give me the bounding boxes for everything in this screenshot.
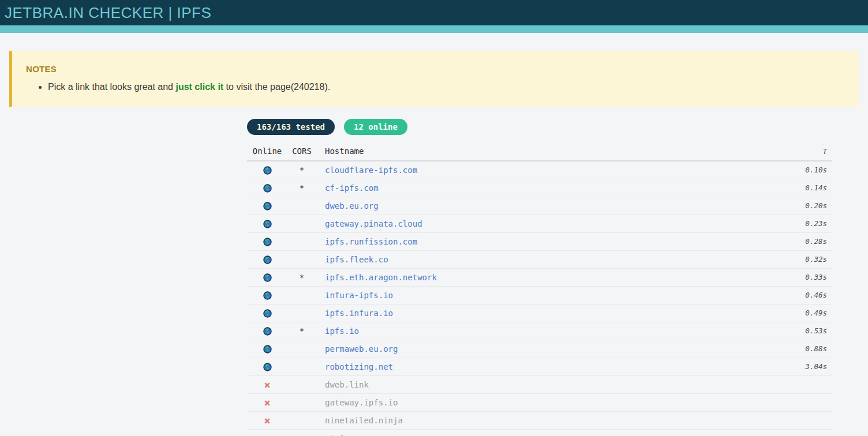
cors-flag [287, 286, 316, 304]
response-time: 0.88s [762, 340, 832, 358]
response-time: 0.14s [762, 179, 832, 197]
hostname-link: dweb.link [325, 380, 369, 389]
hostname-cell: via0.com [316, 429, 762, 436]
online-status-cell [247, 340, 287, 358]
cors-flag: * [287, 322, 316, 340]
globe-icon [263, 327, 272, 336]
globe-icon [263, 238, 272, 246]
table-row: * ipfs.eth.aragon.network 0.33s [247, 268, 832, 286]
hostname-cell: dweb.link [316, 375, 762, 393]
online-status-cell [247, 268, 287, 286]
col-header-online: Online [247, 142, 287, 161]
hostname-cell: ipfs.io [316, 322, 762, 340]
table-row: via0.com [247, 429, 832, 436]
header-accent-stripe [0, 25, 868, 33]
hostname-cell: ipfs.fleek.co [316, 250, 762, 268]
response-time: 0.53s [762, 322, 832, 340]
cors-flag [287, 250, 316, 268]
hostname-link[interactable]: gateway.pinata.cloud [325, 219, 422, 228]
globe-icon [263, 273, 272, 282]
response-time [762, 375, 832, 393]
gateway-table: Online CORS Hostname T * cloudflare-ipfs… [247, 142, 832, 436]
response-time [762, 411, 832, 429]
table-row: dweb.eu.org 0.20s [247, 197, 832, 215]
hostname-link[interactable]: robotizing.net [325, 362, 393, 371]
hostname-link[interactable]: ipfs.io [325, 326, 359, 336]
response-time: 0.46s [762, 286, 832, 304]
hostname-cell: ninetailed.ninja [316, 411, 762, 429]
hostname-link[interactable]: cf-ipfs.com [325, 183, 379, 193]
cors-flag [287, 304, 316, 322]
response-time: 0.32s [762, 250, 832, 268]
globe-icon [263, 291, 272, 300]
hostname-cell: infura-ipfs.io [316, 286, 762, 304]
cors-flag [287, 358, 316, 375]
hostname-link[interactable]: ipfs.runfission.com [325, 237, 417, 246]
hostname-link[interactable]: permaweb.eu.org [325, 344, 398, 354]
globe-icon [263, 184, 272, 193]
hostname-cell: robotizing.net [316, 358, 762, 375]
response-time: 0.20s [762, 197, 832, 215]
globe-icon [263, 309, 272, 318]
cors-flag: * [287, 179, 316, 197]
response-time [762, 429, 832, 436]
online-status-cell [247, 393, 287, 411]
table-row: * cf-ipfs.com 0.14s [247, 179, 832, 197]
tested-count-badge: 163/163 tested [247, 119, 335, 135]
hostname-cell: cloudflare-ipfs.com [316, 161, 762, 179]
response-time: 0.49s [762, 304, 832, 322]
table-row: * ipfs.io 0.53s [247, 322, 832, 340]
hostname-link[interactable]: infura-ipfs.io [325, 291, 393, 300]
notes-heading: NOTES [26, 64, 845, 74]
col-header-time: T [762, 142, 832, 161]
online-count-badge: 12 online [344, 119, 407, 135]
cross-icon [263, 381, 271, 389]
response-time: 0.10s [762, 161, 832, 179]
globe-icon [263, 220, 272, 228]
hostname-link[interactable]: ipfs.fleek.co [325, 255, 388, 264]
col-header-cors: CORS [287, 142, 316, 161]
globe-icon [263, 202, 272, 211]
table-row: permaweb.eu.org 0.88s [247, 340, 832, 358]
cors-flag [287, 340, 316, 358]
hostname-link[interactable]: ipfs.eth.aragon.network [325, 273, 437, 282]
cross-icon [263, 417, 271, 425]
cors-flag [287, 429, 316, 436]
hostname-link[interactable]: ipfs.infura.io [325, 309, 393, 318]
hostname-cell: permaweb.eu.org [316, 340, 762, 358]
response-time: 0.23s [762, 215, 832, 232]
hostname-cell: gateway.pinata.cloud [316, 215, 762, 232]
cross-icon [263, 399, 271, 407]
cors-flag: * [287, 161, 316, 179]
response-time: 0.28s [762, 232, 832, 250]
hostname-link[interactable]: cloudflare-ipfs.com [325, 166, 417, 175]
table-row: infura-ipfs.io 0.46s [247, 286, 832, 304]
note-highlight: just click it [175, 82, 223, 92]
online-status-cell [247, 215, 287, 232]
globe-icon [263, 166, 272, 175]
globe-icon [263, 345, 272, 354]
note-text-prefix: Pick a link that looks great and [48, 82, 175, 92]
note-item: Pick a link that looks great and just cl… [48, 81, 845, 93]
online-status-cell [247, 411, 287, 429]
table-row: gateway.pinata.cloud 0.23s [247, 215, 832, 232]
hostname-cell: ipfs.infura.io [316, 304, 762, 322]
note-text-suffix: to visit the page(240218). [223, 82, 330, 92]
hostname-cell: ipfs.eth.aragon.network [316, 268, 762, 286]
hostname-link[interactable]: dweb.eu.org [325, 201, 379, 211]
hostname-cell: dweb.eu.org [316, 197, 762, 215]
cors-flag: * [287, 268, 316, 286]
response-time: 3.04s [762, 358, 832, 375]
table-row: robotizing.net 3.04s [247, 358, 832, 375]
online-status-cell [247, 304, 287, 322]
response-time: 0.33s [762, 268, 832, 286]
online-status-cell [247, 197, 287, 215]
hostname-cell: gateway.ipfs.io [316, 393, 762, 411]
online-status-cell [247, 322, 287, 340]
table-row: dweb.link [247, 375, 832, 393]
table-row: ninetailed.ninja [247, 411, 832, 429]
online-status-cell [247, 250, 287, 268]
cors-flag [287, 393, 316, 411]
online-status-cell [247, 375, 287, 393]
online-status-cell [247, 358, 287, 375]
